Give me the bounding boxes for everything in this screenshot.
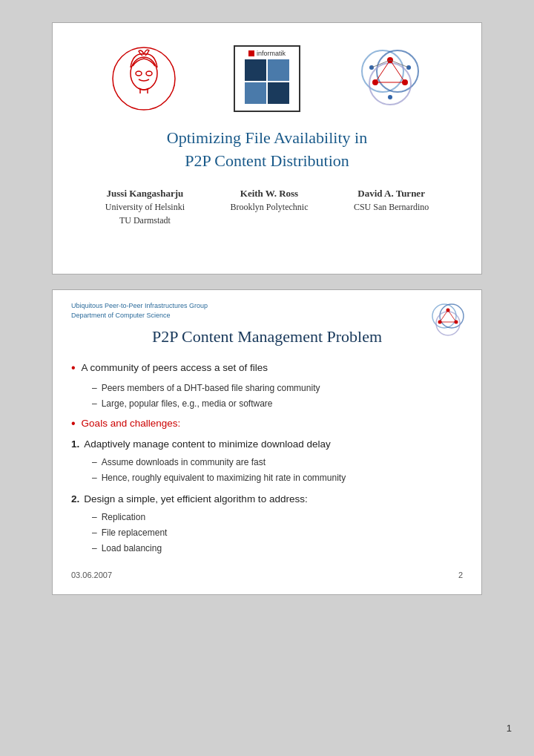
num-1: 1. xyxy=(71,436,79,453)
bullet-1-subs: Peers members of a DHT-based file sharin… xyxy=(92,381,463,411)
sub-n2-2: File replacement xyxy=(92,526,463,540)
sub-bullet-1-2: Large, popular files, e.g., media or sof… xyxy=(92,397,463,411)
header-line-2: Department of Computer Science xyxy=(71,311,463,321)
slide-2-header: Ubiquitous Peer-to-Peer Infrastructures … xyxy=(71,301,463,320)
slide-2-content: • A community of peers access a set of f… xyxy=(71,360,463,556)
svg-point-1 xyxy=(131,57,157,90)
numbered-1-text: Adaptively manage content to minimize do… xyxy=(84,436,330,453)
network-logo xyxy=(357,45,423,112)
author-2-affil-1: Brooklyn Polytechnic xyxy=(230,202,308,213)
author-2: Keith W. Ross Brooklyn Polytechnic xyxy=(230,188,308,226)
informatik-grid xyxy=(245,59,289,104)
bullet-2-text: Goals and challenges: xyxy=(82,415,181,432)
svg-point-3 xyxy=(146,71,152,76)
bullet-1-text: A community of peers access a set of fil… xyxy=(82,360,268,376)
grid-cell-3 xyxy=(245,82,266,104)
slide-2: Ubiquitous Peer-to-Peer Infrastructures … xyxy=(52,289,482,595)
grid-cell-4 xyxy=(268,82,289,104)
author-1-name: Jussi Kangasharju xyxy=(105,188,185,200)
bullet-2: • Goals and challenges: xyxy=(71,415,463,432)
svg-point-2 xyxy=(136,71,142,76)
numbered-item-2: 2. Design a simple, yet efficient algori… xyxy=(71,491,463,507)
author-3-affil-1: CSU San Bernardino xyxy=(354,202,429,213)
header-line-1: Ubiquitous Peer-to-Peer Infrastructures … xyxy=(71,301,463,311)
bullet-1: • A community of peers access a set of f… xyxy=(71,360,463,376)
slide-1-title-text: Optimizing File Availability in P2P Cont… xyxy=(82,127,452,173)
page-container: informatik xyxy=(0,0,534,756)
informatik-text: informatik xyxy=(257,50,286,57)
sub-n2-3: Load balancing xyxy=(92,542,463,556)
author-3: David A. Turner CSU San Bernardino xyxy=(354,188,429,226)
numbered-1-subs: Assume downloads in community are fast H… xyxy=(92,456,463,485)
red-square-icon xyxy=(248,50,254,56)
author-1-affil-2: TU Darmstadt xyxy=(105,215,185,226)
author-3-name: David A. Turner xyxy=(354,188,429,200)
footer-date: 03.06.2007 xyxy=(71,571,112,579)
title-line-2: P2P Content Distribution xyxy=(185,151,349,170)
footer-page: 2 xyxy=(458,571,463,579)
numbered-1: 1. Adaptively manage content to minimize… xyxy=(71,436,463,485)
num-2: 2. xyxy=(71,491,79,507)
bullet-dot-2: • xyxy=(71,415,76,432)
numbered-item-1: 1. Adaptively manage content to minimize… xyxy=(71,436,463,453)
slide-2-footer: 03.06.2007 2 xyxy=(71,571,463,579)
slide-2-title: P2P Content Management Problem xyxy=(71,327,463,346)
slide-2-network-logo xyxy=(429,301,467,338)
author-1: Jussi Kangasharju University of Helsinki… xyxy=(105,188,185,226)
slide-1: informatik xyxy=(52,22,482,275)
title-line-1: Optimizing File Availability in xyxy=(167,128,367,147)
grid-cell-1 xyxy=(245,59,266,81)
slide-1-logos: informatik xyxy=(82,45,452,112)
slide-1-authors: Jussi Kangasharju University of Helsinki… xyxy=(82,188,452,226)
sub-bullet-1-1: Peers members of a DHT-based file sharin… xyxy=(92,381,463,395)
numbered-2: 2. Design a simple, yet efficient algori… xyxy=(71,491,463,556)
svg-point-12 xyxy=(388,95,392,99)
roman-head-logo xyxy=(111,45,177,112)
sub-n1-1: Assume downloads in community are fast xyxy=(92,456,463,470)
informatik-logo: informatik xyxy=(234,45,300,112)
informatik-label: informatik xyxy=(248,50,286,57)
sub-n1-2: Hence, roughly equivalent to maximizing … xyxy=(92,471,463,485)
bullet-dot-1: • xyxy=(71,360,76,376)
numbered-2-text: Design a simple, yet efficient algorithm… xyxy=(84,491,307,507)
numbered-2-subs: Replication File replacement Load balanc… xyxy=(92,510,463,556)
slide-1-title: Optimizing File Availability in P2P Cont… xyxy=(82,127,452,173)
page-number: 1 xyxy=(507,723,512,734)
sub-n2-1: Replication xyxy=(92,510,463,525)
author-1-affil-1: University of Helsinki xyxy=(105,202,185,213)
grid-cell-2 xyxy=(268,59,289,81)
author-2-name: Keith W. Ross xyxy=(230,188,308,200)
